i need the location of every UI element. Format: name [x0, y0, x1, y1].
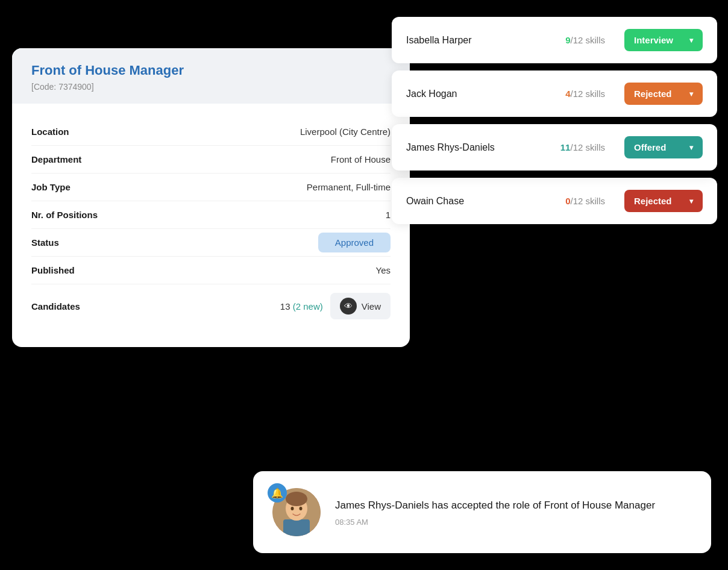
- skills-denom: /12 skills: [570, 196, 605, 206]
- status-value: Approved: [152, 237, 391, 248]
- svg-point-4: [291, 507, 294, 510]
- job-fields: Location Liverpool (City Centre) Departm…: [12, 118, 410, 328]
- notification-content: James Rhys-Daniels has accepted the role…: [335, 498, 692, 527]
- jobtype-row: Job Type Permanent, Full-time: [31, 174, 391, 201]
- candidate-skills: 0/12 skills: [565, 196, 605, 206]
- candidate-name: Jack Hogan: [406, 89, 556, 99]
- candidate-card: James Rhys-Daniels 11/12 skills Offered …: [392, 124, 717, 171]
- skills-denom: /12 skills: [570, 142, 605, 152]
- job-code: [Code: 7374900]: [31, 82, 391, 92]
- notification-text: James Rhys-Daniels has accepted the role…: [335, 498, 692, 513]
- avatar-wrap: 🔔: [272, 488, 321, 536]
- candidates-value: 13 (2 new) 👁 View: [152, 293, 391, 319]
- location-value: Liverpool (City Centre): [152, 127, 391, 137]
- job-card: Front of House Manager [Code: 7374900] L…: [12, 48, 410, 347]
- candidate-status-button[interactable]: Rejected ▾: [624, 83, 703, 105]
- chevron-down-icon: ▾: [689, 36, 693, 45]
- chevron-down-icon: ▾: [689, 90, 693, 98]
- candidates-num: 13: [280, 301, 290, 312]
- svg-point-5: [300, 507, 303, 510]
- svg-rect-1: [283, 519, 310, 536]
- jobtype-value: Permanent, Full-time: [152, 182, 391, 192]
- location-label: Location: [31, 127, 152, 137]
- status-row: Status Approved: [31, 229, 391, 257]
- view-candidates-button[interactable]: 👁 View: [330, 293, 391, 319]
- status-label: Offered: [634, 142, 666, 152]
- candidates-row: Candidates 13 (2 new) 👁 View: [31, 284, 391, 328]
- status-label: Interview: [634, 35, 673, 45]
- skills-denom: /12 skills: [570, 35, 605, 45]
- candidate-skills: 11/12 skills: [560, 142, 605, 152]
- status-label: Rejected: [634, 89, 672, 99]
- candidate-card: Owain Chase 0/12 skills Rejected ▾: [392, 178, 717, 224]
- jobtype-label: Job Type: [31, 182, 152, 192]
- candidates-new: (2 new): [293, 301, 323, 312]
- bell-icon: 🔔: [268, 483, 287, 503]
- candidate-name: James Rhys-Daniels: [406, 142, 551, 153]
- notification-time: 08:35 AM: [335, 518, 692, 527]
- published-label: Published: [31, 265, 152, 275]
- department-label: Department: [31, 154, 152, 164]
- notification-card: 🔔 James Rhys-Daniels has accepted the ro…: [253, 471, 711, 553]
- candidates-panel: Isabella Harper 9/12 skills Interview ▾ …: [392, 17, 717, 224]
- candidates-label: Candidates: [31, 301, 152, 312]
- skills-denom: /12 skills: [570, 89, 605, 99]
- candidate-status-button[interactable]: Offered ▾: [624, 136, 703, 158]
- positions-row: Nr. of Positions 1: [31, 201, 391, 229]
- candidates-count: 13 (2 new): [280, 301, 323, 312]
- candidate-skills: 4/12 skills: [565, 89, 605, 99]
- svg-point-3: [286, 492, 307, 506]
- skills-num: 11: [560, 142, 571, 152]
- status-label: Rejected: [634, 196, 672, 206]
- chevron-down-icon: ▾: [689, 143, 693, 152]
- department-row: Department Front of House: [31, 146, 391, 174]
- candidate-status-button[interactable]: Interview ▾: [624, 29, 703, 51]
- candidate-skills: 9/12 skills: [565, 35, 605, 45]
- positions-label: Nr. of Positions: [31, 210, 152, 220]
- eye-icon: 👁: [340, 298, 357, 315]
- job-title: Front of House Manager: [31, 63, 391, 78]
- published-value: Yes: [152, 265, 391, 275]
- published-row: Published Yes: [31, 257, 391, 284]
- candidate-status-button[interactable]: Rejected ▾: [624, 190, 703, 212]
- candidate-name: Owain Chase: [406, 196, 556, 207]
- department-value: Front of House: [152, 154, 391, 164]
- candidate-name: Isabella Harper: [406, 35, 556, 46]
- chevron-down-icon: ▾: [689, 197, 693, 205]
- status-label: Status: [31, 237, 152, 248]
- job-card-header: Front of House Manager [Code: 7374900]: [12, 48, 410, 104]
- view-label: View: [362, 301, 381, 312]
- candidates-info: 13 (2 new) 👁 View: [152, 293, 391, 319]
- location-row: Location Liverpool (City Centre): [31, 118, 391, 146]
- positions-value: 1: [152, 210, 391, 220]
- approved-badge: Approved: [318, 233, 391, 252]
- candidate-card: Jack Hogan 4/12 skills Rejected ▾: [392, 70, 717, 117]
- candidate-card: Isabella Harper 9/12 skills Interview ▾: [392, 17, 717, 63]
